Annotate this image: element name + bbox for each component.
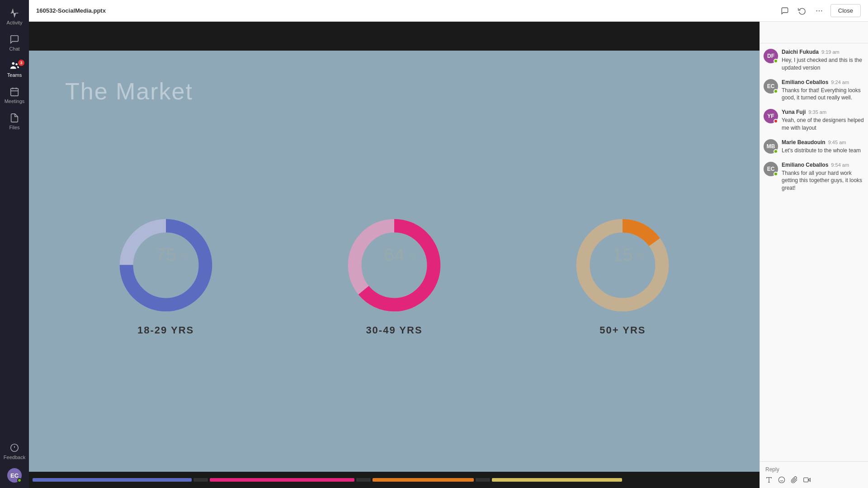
- bar-gap-2: [356, 478, 371, 482]
- sidebar-item-files[interactable]: Files: [0, 108, 29, 135]
- video-icon: [803, 476, 811, 483]
- donut-chart-1: 75 %: [114, 213, 218, 317]
- meta-4: Marie Beaudouin 9:45 am: [782, 139, 864, 145]
- reply-toolbar: [765, 476, 863, 485]
- slide-toolbar: [29, 22, 760, 51]
- svg-marker-29: [808, 479, 811, 482]
- sidebar-label-teams: Teams: [7, 72, 22, 78]
- sender-3: Yuna Fuji: [782, 109, 806, 115]
- teams-badge: 3: [18, 60, 24, 66]
- user-avatar[interactable]: EC: [7, 468, 22, 483]
- bar-segment-1: [33, 478, 192, 482]
- video-btn[interactable]: [803, 476, 811, 485]
- chart-50plus: 15 % 50+ YRS: [571, 213, 675, 336]
- chart-2-label: 30-49 YRS: [366, 324, 422, 336]
- topbar: 160532-SocialMedia.pptx Close: [29, 0, 868, 22]
- feedback-icon: [9, 443, 19, 453]
- sender-1: Daichi Fukuda: [782, 49, 819, 55]
- svg-point-0: [12, 62, 15, 65]
- user-status-dot: [17, 478, 22, 483]
- donut-chart-2: 64 %: [342, 213, 446, 317]
- more-options-btn[interactable]: [813, 5, 825, 17]
- message-1: DF Daichi Fukuda 9:19 am Hey, I just che…: [764, 49, 864, 72]
- comment-icon-btn[interactable]: [779, 5, 791, 17]
- sidebar-item-chat[interactable]: Chat: [0, 30, 29, 56]
- emoji-btn[interactable]: [778, 476, 785, 485]
- format-text-btn[interactable]: [765, 476, 773, 485]
- meta-5: Emiliano Ceballos 9:54 am: [782, 162, 864, 168]
- sender-4: Marie Beaudouin: [782, 139, 826, 145]
- avatar-emiliano-2: EC: [764, 162, 778, 176]
- chart-30-49: 64 % 30-49 YRS: [342, 213, 446, 336]
- close-button[interactable]: Close: [830, 4, 861, 17]
- refresh-icon: [798, 7, 806, 15]
- chart-3-label: 50+ YRS: [599, 324, 646, 336]
- text-2: Thanks for that! Everything looks good, …: [782, 87, 864, 102]
- main-area: 160532-SocialMedia.pptx Close: [29, 0, 868, 488]
- bar-gap-1: [193, 478, 208, 482]
- presentation-panel: The Market 75 % 18-29 YRS: [29, 22, 760, 488]
- content-area: The Market 75 % 18-29 YRS: [29, 22, 868, 488]
- bar-segment-4: [492, 478, 622, 482]
- refresh-icon-btn[interactable]: [796, 5, 808, 17]
- message-3: YF Yuna Fuji 9:35 am Yeah, one of the de…: [764, 109, 864, 132]
- sidebar-item-activity[interactable]: Activity: [0, 4, 29, 30]
- svg-text:%: %: [180, 250, 187, 260]
- attach-btn[interactable]: [791, 476, 798, 485]
- time-5: 9:54 am: [831, 162, 849, 168]
- donut-chart-3: 15 %: [571, 213, 675, 317]
- sidebar-item-feedback[interactable]: Feedback: [0, 438, 29, 465]
- bar-segment-2: [210, 478, 354, 482]
- reply-label: Reply: [765, 466, 863, 473]
- attach-icon: [791, 476, 798, 483]
- bubble-1: Daichi Fukuda 9:19 am Hey, I just checke…: [782, 49, 864, 72]
- status-dot-4: [774, 149, 778, 154]
- bubble-2: Emiliano Ceballos 9:24 am Thanks for tha…: [782, 79, 864, 102]
- chart-18-29: 75 % 18-29 YRS: [114, 213, 218, 336]
- svg-text:%: %: [408, 250, 415, 260]
- chat-icon: [9, 34, 19, 44]
- status-dot-3: [774, 119, 778, 123]
- text-1: Hey, I just checked and this is the upda…: [782, 56, 864, 72]
- chat-panel: DF Daichi Fukuda 9:19 am Hey, I just che…: [760, 22, 868, 488]
- svg-point-9: [816, 10, 817, 11]
- sender-5: Emiliano Ceballos: [782, 162, 828, 168]
- text-3: Yeah, one of the designers helped me wit…: [782, 117, 864, 132]
- slide-title: The Market: [65, 78, 193, 105]
- chart-1-label: 18-29 YRS: [137, 324, 194, 336]
- file-title: 160532-SocialMedia.pptx: [36, 7, 106, 14]
- message-2: EC Emiliano Ceballos 9:24 am Thanks for …: [764, 79, 864, 102]
- sidebar-item-meetings[interactable]: Meetings: [0, 82, 29, 108]
- svg-point-1: [15, 63, 18, 66]
- files-icon: [9, 113, 19, 123]
- sidebar-item-teams[interactable]: 3 Teams: [0, 56, 29, 82]
- more-icon: [815, 7, 823, 15]
- bubble-3: Yuna Fuji 9:35 am Yeah, one of the desig…: [782, 109, 864, 132]
- slide-bottom-bar: [29, 472, 760, 488]
- emoji-icon: [778, 476, 785, 483]
- svg-rect-30: [804, 478, 808, 482]
- avatar-initials: EC: [10, 472, 19, 479]
- text-4: Let's distribute to the whole team: [782, 147, 864, 155]
- text-5: Thanks for all your hard work getting th…: [782, 169, 864, 192]
- bubble-4: Marie Beaudouin 9:45 am Let's distribute…: [782, 139, 864, 155]
- svg-point-26: [778, 477, 784, 483]
- bubble-5: Emiliano Ceballos 9:54 am Thanks for all…: [782, 162, 864, 192]
- bar-gap-3: [476, 478, 490, 482]
- sidebar: Activity Chat 3 Teams Meetings Files: [0, 0, 29, 488]
- status-dot-1: [774, 59, 778, 63]
- activity-icon: [9, 8, 19, 18]
- chat-messages: DF Daichi Fukuda 9:19 am Hey, I just che…: [760, 43, 868, 461]
- format-icon: [765, 476, 773, 483]
- time-1: 9:19 am: [821, 49, 840, 55]
- topbar-actions: Close: [779, 4, 861, 17]
- chat-reply-area: Reply: [760, 461, 868, 488]
- avatar-emiliano-1: EC: [764, 79, 778, 94]
- sidebar-label-feedback: Feedback: [4, 455, 25, 460]
- svg-text:15: 15: [612, 244, 633, 265]
- meetings-icon: [9, 87, 19, 97]
- comment-icon: [781, 7, 789, 15]
- time-2: 9:24 am: [831, 80, 849, 85]
- status-dot-5: [774, 172, 778, 176]
- bar-segment-3: [373, 478, 474, 482]
